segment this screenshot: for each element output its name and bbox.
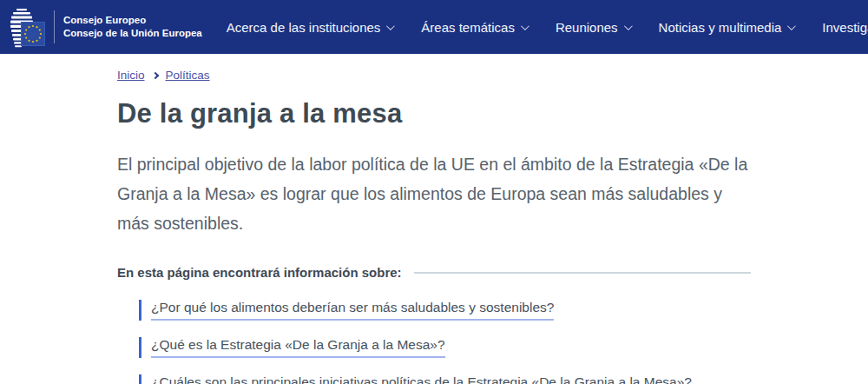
breadcrumb-link-politicas[interactable]: Políticas — [166, 69, 210, 82]
nav-item-label: Acerca de las instituciones — [227, 20, 381, 35]
toc-link-que-es-estrategia[interactable]: ¿Qué es la Estrategia «De la Granja a la… — [151, 337, 445, 358]
list-item: ¿Cuáles son las principales iniciativas … — [139, 374, 751, 384]
site-name-line1: Consejo Europeo — [63, 14, 202, 27]
chevron-down-icon — [521, 22, 529, 30]
chevron-down-icon — [624, 22, 633, 30]
nav-item-reuniones[interactable]: Reuniones — [556, 20, 630, 35]
toc-link-saludables[interactable]: ¿Por qué los alimentos deberían ser más … — [151, 300, 554, 321]
logo-divider — [54, 10, 55, 43]
nav-item-instituciones[interactable]: Acerca de las instituciones — [227, 20, 393, 35]
nav-item-label: Áreas temáticas — [421, 20, 515, 35]
council-logo[interactable]: Consejo Europeo Consejo de la Unión Euro… — [7, 4, 202, 50]
breadcrumb: Inicio Políticas — [117, 69, 751, 82]
breadcrumb-link-inicio[interactable]: Inicio — [117, 69, 145, 82]
chevron-down-icon — [386, 22, 395, 30]
top-navigation-bar: Consejo Europeo Consejo de la Unión Euro… — [0, 0, 868, 54]
nav-item-label: Investigación y publicaciones — [822, 20, 868, 35]
main-nav: Acerca de las instituciones Áreas temáti… — [227, 20, 868, 35]
page-title: De la granja a la mesa — [117, 98, 751, 129]
nav-item-label: Noticias y multimedia — [659, 20, 782, 35]
nav-item-investigacion[interactable]: Investigación y publicaciones — [822, 20, 868, 35]
council-logo-mark — [7, 4, 49, 50]
list-item: ¿Por qué los alimentos deberían ser más … — [139, 300, 751, 321]
toc-accent-bar — [139, 300, 141, 321]
site-name-line2: Consejo de la Unión Europea — [63, 27, 202, 40]
toc-header: En esta página encontrará información so… — [117, 265, 751, 280]
nav-item-label: Reuniones — [556, 20, 618, 35]
breadcrumb-separator-icon — [151, 71, 158, 78]
list-item: ¿Qué es la Estrategia «De la Granja a la… — [139, 337, 751, 358]
main-content: Inicio Políticas De la granja a la mesa … — [117, 69, 751, 384]
toc-link-iniciativas[interactable]: ¿Cuáles son las principales iniciativas … — [151, 374, 692, 384]
eu-flag-icon — [21, 22, 45, 46]
toc-accent-bar — [139, 337, 141, 358]
chevron-down-icon — [787, 22, 796, 30]
toc-divider — [414, 272, 751, 274]
nav-item-noticias[interactable]: Noticias y multimedia — [659, 20, 794, 35]
toc-list: ¿Por qué los alimentos deberían ser más … — [139, 300, 751, 384]
toc-label: En esta página encontrará información so… — [117, 265, 402, 280]
toc-accent-bar — [139, 374, 141, 384]
nav-item-areas-tematicas[interactable]: Áreas temáticas — [421, 20, 527, 35]
site-name: Consejo Europeo Consejo de la Unión Euro… — [63, 14, 202, 40]
intro-paragraph: El principal objetivo de la labor políti… — [117, 149, 751, 238]
